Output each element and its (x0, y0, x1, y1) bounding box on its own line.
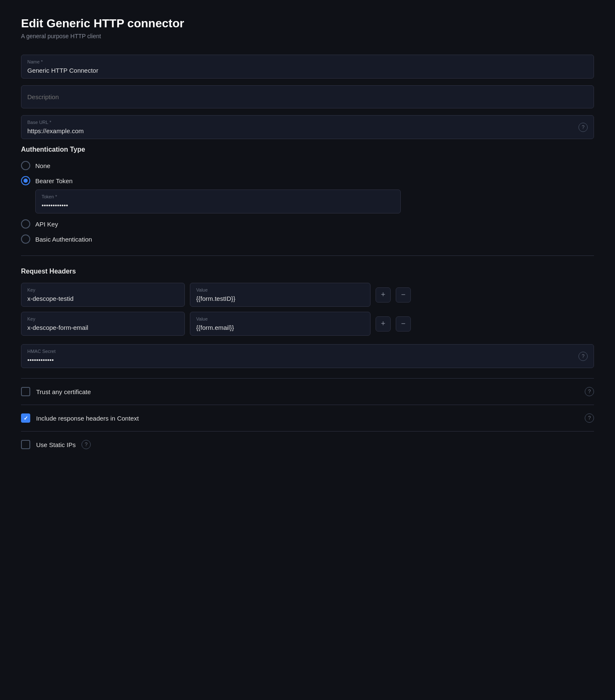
header-1-value-wrapper: Value (190, 283, 371, 307)
include-response-checkbox[interactable] (21, 413, 30, 423)
request-headers-section: Request Headers Key Value + − Key Value (21, 268, 594, 336)
base-url-help-icon[interactable]: ? (578, 123, 588, 132)
radio-none[interactable] (21, 161, 30, 170)
radio-api-key-label: API Key (35, 221, 58, 228)
header-1-remove-button[interactable]: − (396, 287, 411, 303)
auth-option-api-key[interactable]: API Key (21, 219, 594, 229)
hmac-help-circle-icon[interactable]: ? (578, 352, 588, 361)
auth-option-bearer[interactable]: Bearer Token (21, 176, 594, 185)
header-1-value-input[interactable] (190, 283, 370, 306)
name-input-wrapper: Name * (21, 55, 594, 79)
header-2-key-wrapper: Key (21, 312, 185, 336)
hmac-field-group: HMAC Secret ? (21, 344, 594, 368)
radio-bearer[interactable] (21, 176, 30, 185)
hmac-help-icon[interactable]: ? (578, 352, 588, 361)
help-circle-icon[interactable]: ? (578, 123, 588, 132)
radio-none-label: None (35, 162, 50, 169)
header-1-key-input[interactable] (21, 283, 184, 306)
header-2-add-button[interactable]: + (376, 316, 391, 332)
header-1-key-wrapper: Key (21, 283, 185, 307)
header-1-add-button[interactable]: + (376, 287, 391, 303)
auth-option-bearer-wrapper: Bearer Token Token * (21, 176, 594, 213)
trust-cert-row: Trust any certificate ? (21, 378, 594, 405)
name-input[interactable] (21, 55, 594, 78)
base-url-input[interactable] (21, 116, 594, 139)
auth-option-none[interactable]: None (21, 161, 594, 170)
divider-1 (21, 255, 594, 256)
include-response-left: Include response headers in Context (21, 413, 139, 423)
radio-basic-label: Basic Authentication (35, 236, 92, 243)
header-row-2: Key Value + − (21, 312, 594, 336)
page-subtitle: A general purpose HTTP client (21, 33, 594, 39)
header-2-value-input[interactable] (190, 312, 370, 335)
static-ips-row: Use Static IPs ? (21, 431, 594, 458)
static-ips-help-icon[interactable]: ? (81, 440, 91, 449)
header-2-remove-button[interactable]: − (396, 316, 411, 332)
trust-cert-label: Trust any certificate (36, 388, 91, 395)
token-input-wrapper: Token * (35, 189, 401, 213)
radio-basic[interactable] (21, 234, 30, 244)
bearer-token-section: Token * (35, 189, 594, 213)
auth-type-label: Authentication Type (21, 146, 594, 153)
auth-type-section: Authentication Type None Bearer Token To… (21, 146, 594, 244)
auth-option-basic[interactable]: Basic Authentication (21, 234, 594, 244)
token-input[interactable] (36, 190, 400, 213)
hmac-input-wrapper: HMAC Secret ? (21, 344, 594, 368)
page-title: Edit Generic HTTP connector (21, 17, 594, 30)
trust-cert-checkbox[interactable] (21, 387, 30, 396)
radio-bearer-label: Bearer Token (35, 177, 73, 184)
name-field-group: Name * (21, 55, 594, 79)
request-headers-label: Request Headers (21, 268, 594, 275)
auth-radio-group: None Bearer Token Token * (21, 161, 594, 244)
description-input-wrapper (21, 85, 594, 108)
description-input[interactable] (21, 86, 594, 108)
description-field-group (21, 85, 594, 108)
radio-api-key[interactable] (21, 219, 30, 229)
include-response-row: Include response headers in Context ? (21, 405, 594, 431)
header-row-1: Key Value + − (21, 283, 594, 307)
base-url-input-wrapper: Base URL * ? (21, 115, 594, 139)
header-2-key-input[interactable] (21, 312, 184, 335)
static-ips-checkbox[interactable] (21, 440, 30, 449)
trust-cert-help-icon[interactable]: ? (585, 387, 594, 396)
include-response-label: Include response headers in Context (36, 415, 139, 422)
static-ips-label: Use Static IPs (36, 441, 76, 448)
hmac-input[interactable] (21, 345, 573, 368)
include-response-help-icon[interactable]: ? (585, 413, 594, 423)
base-url-field-group: Base URL * ? (21, 115, 594, 139)
header-2-value-wrapper: Value (190, 312, 371, 336)
trust-cert-left: Trust any certificate (21, 387, 91, 396)
